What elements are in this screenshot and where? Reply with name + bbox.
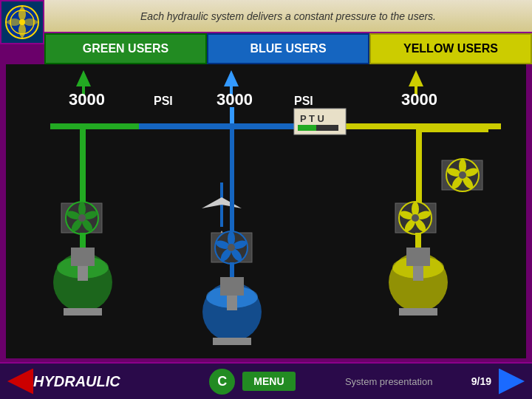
svg-rect-23 (230, 129, 234, 188)
svg-rect-57 (227, 296, 237, 310)
diagram: 3000 PSI 3000 PSI 3000 P T U (6, 64, 526, 358)
svg-rect-44 (230, 188, 234, 233)
svg-rect-81 (413, 266, 423, 281)
menu-section: C MENU (209, 369, 295, 395)
system-text: System presentation (307, 376, 471, 387)
svg-point-76 (412, 214, 419, 222)
svg-rect-56 (220, 277, 244, 296)
svg-rect-42 (78, 266, 88, 281)
svg-text:PSI: PSI (294, 95, 313, 107)
app: Each hydraulic system delivers a constan… (0, 0, 532, 399)
prev-button[interactable] (7, 369, 33, 395)
yellow-users-label: YELLOW USERS (369, 33, 532, 64)
svg-rect-43 (64, 308, 102, 316)
svg-text:3000: 3000 (69, 90, 105, 109)
top-banner: Each hydraulic system delivers a constan… (44, 0, 532, 33)
next-button[interactable] (499, 369, 525, 395)
svg-rect-29 (80, 129, 86, 203)
svg-rect-58 (213, 338, 251, 345)
menu-button[interactable]: MENU (242, 372, 295, 391)
user-labels: GREEN USERS BLUE USERS YELLOW USERS (44, 33, 532, 64)
svg-rect-22 (298, 125, 316, 131)
svg-rect-82 (399, 308, 437, 316)
logo (0, 0, 44, 44)
svg-point-67 (459, 171, 466, 179)
svg-point-37 (78, 214, 86, 222)
svg-rect-41 (71, 248, 95, 266)
blue-users-label: BLUE USERS (207, 33, 369, 64)
menu-icon[interactable]: C (209, 369, 235, 395)
svg-text:3000: 3000 (216, 90, 253, 109)
page-number: 9/19 (471, 375, 491, 387)
svg-text:PSI: PSI (154, 95, 173, 107)
svg-text:P T U: P T U (300, 113, 324, 124)
svg-rect-59 (416, 129, 422, 203)
hydraulic-label: HYDRAULIC (33, 373, 198, 390)
green-users-label: GREEN USERS (44, 33, 207, 64)
banner-text: Each hydraulic system delivers a constan… (140, 10, 436, 22)
svg-text:3000: 3000 (401, 90, 437, 109)
svg-rect-80 (406, 248, 430, 266)
svg-rect-68 (422, 126, 488, 132)
svg-point-2 (19, 19, 25, 25)
svg-point-52 (228, 244, 235, 251)
bottom-bar: HYDRAULIC C MENU System presentation 9/1… (0, 362, 532, 399)
